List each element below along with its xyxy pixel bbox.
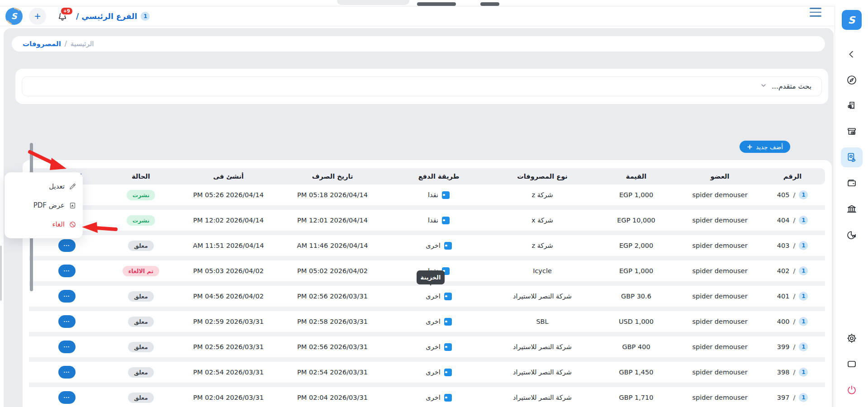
sidebar-item-power-logout-icon[interactable] xyxy=(841,380,863,400)
row-payment-method-cell: نقدا xyxy=(385,191,492,199)
sidebar-item-expenses-active-icon[interactable] xyxy=(841,147,863,167)
row-expense-type-cell: SBL xyxy=(492,318,593,325)
payment-method: اخرى xyxy=(426,343,440,350)
row-actions-button[interactable]: ... xyxy=(58,239,76,252)
member-name: spider demouser xyxy=(692,394,747,401)
sidebar-item-bank-icon[interactable] xyxy=(841,199,863,219)
sidebar-item-reports-pie-icon[interactable] xyxy=(841,225,863,245)
row-number-cell: 1 / 404 xyxy=(760,216,825,225)
row-amount-cell: EGP 1,000 xyxy=(593,191,680,199)
payment-method: اخرى xyxy=(426,318,440,325)
row-member-cell: spider demouser xyxy=(680,343,760,350)
row-number-separator: / xyxy=(793,343,795,350)
row-status-cell: معلق xyxy=(104,241,177,251)
row-actions-button[interactable]: ... xyxy=(58,265,76,277)
created-date: PM 05:03 2026/04/02 xyxy=(193,267,264,274)
status-badge: معلق xyxy=(128,291,154,302)
table-body: 1 / 405 spider demouser EGP 1,000 شركة z… xyxy=(29,185,825,407)
sidebar-item-expenses-receipt-icon[interactable] xyxy=(841,96,863,116)
sidebar-item-cash-register-icon[interactable] xyxy=(841,122,863,142)
amount-value: GBP 400 xyxy=(622,343,650,350)
amount-value: EGP 1,000 xyxy=(619,191,653,199)
menu-item-view-pdf[interactable]: عرض PDF xyxy=(11,201,76,209)
row-actions-button[interactable]: ... xyxy=(58,366,76,379)
pdf-file-icon xyxy=(69,202,76,209)
amount-value: EGP 10,000 xyxy=(617,217,655,224)
status-badge: معلق xyxy=(128,393,154,403)
row-status-cell: تم الالغاء xyxy=(104,266,177,276)
table-row: 1 / 401 spider demouser GBP 30.6 شركة ال… xyxy=(29,286,825,307)
sidebar-collapse-chevron-icon[interactable] xyxy=(841,44,863,64)
row-number-separator: / xyxy=(793,293,795,300)
table-row: 1 / 398 spider demouser GBP 1,450 شركة ا… xyxy=(29,362,825,383)
row-amount-cell: GBP 1,710 xyxy=(593,394,680,401)
sidebar-item-compass-icon[interactable] xyxy=(841,70,863,90)
expense-type: Icycle xyxy=(533,267,552,274)
row-disbursed-date-cell: PM 02:54 2026/03/31 xyxy=(280,369,385,376)
menu-item-edit[interactable]: تعديل xyxy=(11,182,76,190)
row-disbursed-date-cell: PM 12:01 2026/04/14 xyxy=(280,217,385,224)
member-name: spider demouser xyxy=(692,242,747,249)
page-scrollbar-thumb[interactable] xyxy=(0,246,2,301)
disbursed-date: AM 11:46 2026/04/14 xyxy=(297,242,368,249)
row-created-date-cell: PM 12:02 2026/04/14 xyxy=(177,217,280,224)
amount-value: EGP 1,000 xyxy=(619,267,653,274)
browser-tab-artifact xyxy=(337,0,409,5)
notifications-bell[interactable]: +9 xyxy=(56,9,70,23)
add-new-button[interactable]: أضف جديد + xyxy=(740,141,790,153)
payment-method: نقدا xyxy=(428,191,438,199)
row-payment-method-cell: نقدا xyxy=(385,217,492,224)
amount-value: GBP 1,450 xyxy=(619,369,653,376)
advanced-search-accordion[interactable]: بحث متقدم... xyxy=(22,76,822,96)
row-created-date-cell: PM 02:54 2026/03/31 xyxy=(177,369,280,376)
expense-type: شركة z xyxy=(531,242,553,249)
row-number-separator: / xyxy=(793,369,795,376)
sidebar-item-settings-gear-icon[interactable] xyxy=(841,328,863,348)
advanced-search-label: بحث متقدم... xyxy=(772,82,811,90)
row-status-cell: معلق xyxy=(104,342,177,352)
row-created-date-cell: PM 04:56 2026/04/02 xyxy=(177,293,280,300)
created-date: PM 02:54 2026/03/31 xyxy=(193,369,264,376)
row-expense-type-cell: شركة النصر للاستيراد xyxy=(492,369,593,376)
row-actions-button[interactable]: ... xyxy=(58,341,76,353)
sidebar-logo[interactable]: S xyxy=(842,10,862,30)
created-date: PM 02:04 2026/03/31 xyxy=(193,394,264,401)
row-actions-button[interactable]: ... xyxy=(58,391,76,404)
breadcrumb-home-link[interactable]: الرئيسية xyxy=(71,40,94,48)
table-row: 1 / 405 spider demouser EGP 1,000 شركة z… xyxy=(29,185,825,205)
row-status-cell: نشرت xyxy=(104,215,177,226)
row-number: 402 xyxy=(777,267,790,274)
row-number-cell: 1 / 400 xyxy=(760,317,825,326)
row-number-separator: / xyxy=(793,394,795,401)
row-actions-button[interactable]: ... xyxy=(58,315,76,328)
row-disbursed-date-cell: PM 02:56 2026/03/31 xyxy=(280,343,385,350)
table-header-row: الرقم العضو القيمة نوع المصروفات طريقة ا… xyxy=(29,168,825,185)
menu-item-cancel[interactable]: الغاء xyxy=(11,220,76,228)
add-quick-button[interactable]: + xyxy=(29,8,46,25)
row-created-date-cell: PM 05:26 2026/04/14 xyxy=(177,191,280,199)
member-name: spider demouser xyxy=(692,318,747,325)
row-member-cell: spider demouser xyxy=(680,293,760,300)
row-number-separator: / xyxy=(793,267,795,274)
row-payment-method-cell: اخرى xyxy=(385,242,492,250)
chevron-down-icon xyxy=(760,82,767,91)
row-separator xyxy=(29,256,825,260)
row-number: 399 xyxy=(777,343,790,350)
row-amount-cell: EGP 2,000 xyxy=(593,242,680,249)
hamburger-menu-icon[interactable] xyxy=(810,8,821,17)
sidebar-item-window-icon[interactable] xyxy=(841,354,863,374)
row-expense-type-cell: شركة x xyxy=(492,217,593,224)
wallet-icon xyxy=(444,318,452,326)
add-new-label: أضف جديد xyxy=(756,143,783,151)
company-logo[interactable]: S xyxy=(5,8,23,25)
current-branch[interactable]: 1 الفرع الرئيسي / xyxy=(76,12,150,21)
advanced-search-card: بحث متقدم... xyxy=(15,69,828,104)
row-member-cell: spider demouser xyxy=(680,369,760,376)
row-number-separator: / xyxy=(793,318,795,325)
row-branch-badge: 1 xyxy=(799,190,808,199)
row-payment-method-cell: اخرى xyxy=(385,293,492,300)
sidebar-item-wallet-icon[interactable] xyxy=(841,173,863,193)
row-actions-button[interactable]: ... xyxy=(58,290,76,303)
expense-type: شركة النصر للاستيراد xyxy=(513,369,572,376)
row-actions-cell: ... xyxy=(29,265,104,277)
